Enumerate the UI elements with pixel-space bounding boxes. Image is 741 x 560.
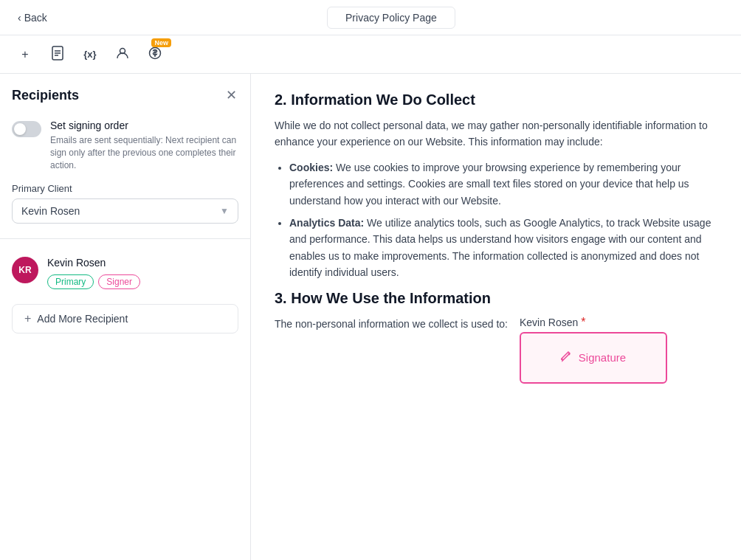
cookies-item: Cookies: We use cookies to improve your … (289, 159, 717, 209)
badge-signer: Signer (98, 274, 140, 289)
close-button[interactable]: ✕ (224, 86, 238, 105)
primary-client-label: Primary Client (12, 183, 238, 194)
dollar-icon (148, 46, 162, 63)
signing-order-toggle[interactable] (12, 121, 41, 137)
toggle-row: Set signing order Emails are sent sequen… (12, 120, 238, 171)
person-button[interactable] (109, 41, 136, 68)
section2-title: 2. Information We Do Collect (275, 91, 717, 108)
top-bar: ‹ Back Privacy Policy Page (0, 0, 741, 35)
avatar: KR (12, 257, 38, 283)
signer-name: Kevin Rosen (520, 317, 578, 328)
doc-content: 2. Information We Do Collect While we do… (251, 74, 741, 560)
page-title-center: Privacy Policy Page (53, 7, 729, 29)
required-marker: * (581, 316, 585, 329)
new-badge: New (151, 38, 171, 47)
variable-icon: {x} (83, 49, 96, 60)
back-label: Back (24, 12, 47, 24)
toolbar: + {x} (0, 35, 741, 74)
signature-label: Signature (579, 351, 626, 364)
sidebar-header: Recipients ✕ (12, 86, 238, 105)
signature-block: Kevin Rosen * Signature (520, 316, 667, 384)
document-button[interactable] (44, 41, 71, 68)
badge-primary: Primary (47, 274, 94, 289)
recipient-info: Kevin Rosen Primary Signer (47, 257, 140, 289)
signer-name-row: Kevin Rosen * (520, 316, 586, 329)
sidebar: Recipients ✕ Set signing order Emails ar… (0, 74, 251, 560)
section3-title: 3. How We Use the Information (275, 290, 717, 307)
divider (0, 238, 250, 239)
pen-icon (561, 350, 573, 365)
toggle-description: Emails are sent sequentially: Next recip… (50, 134, 238, 171)
page-title: Privacy Policy Page (327, 7, 455, 29)
chevron-down-icon: ▼ (220, 206, 229, 216)
doc-icon (51, 46, 64, 63)
badges: Primary Signer (47, 274, 140, 289)
analytics-item: Analytics Data: We utilize analytics too… (289, 215, 717, 281)
toggle-thumb (14, 123, 26, 135)
cookies-label: Cookies: (289, 162, 333, 173)
plus-circle-icon: + (24, 312, 31, 325)
add-button[interactable]: + (12, 41, 38, 68)
person-icon (116, 46, 129, 63)
cookies-text: We use cookies to improve your browsing … (289, 162, 689, 207)
toggle-label: Set signing order (50, 120, 238, 131)
variable-button[interactable]: {x} (77, 41, 103, 68)
section2-list: Cookies: We use cookies to improve your … (289, 159, 717, 281)
add-recipient-button[interactable]: + Add More Recipient (12, 304, 238, 333)
toggle-text: Set signing order Emails are sent sequen… (50, 120, 238, 171)
recipient-row: KR Kevin Rosen Primary Signer (12, 251, 238, 295)
analytics-label: Analytics Data: (289, 217, 364, 229)
section3-intro: The non-personal information we collect … (275, 316, 508, 332)
back-arrow-icon: ‹ (18, 12, 21, 24)
sidebar-title: Recipients (12, 88, 79, 103)
signature-section: The non-personal information we collect … (275, 316, 717, 384)
section2-intro: While we do not collect personal data, w… (275, 117, 717, 151)
main-layout: Recipients ✕ Set signing order Emails ar… (0, 74, 741, 560)
signature-box[interactable]: Signature (520, 332, 667, 384)
back-button[interactable]: ‹ Back (12, 9, 53, 27)
dollar-button-wrapper: New (142, 41, 168, 68)
plus-icon: + (21, 48, 28, 61)
primary-client-dropdown[interactable]: Kevin Rosen ▼ (12, 198, 238, 224)
recipient-name: Kevin Rosen (47, 257, 140, 269)
add-recipient-label: Add More Recipient (37, 313, 128, 325)
dropdown-value: Kevin Rosen (21, 205, 80, 217)
